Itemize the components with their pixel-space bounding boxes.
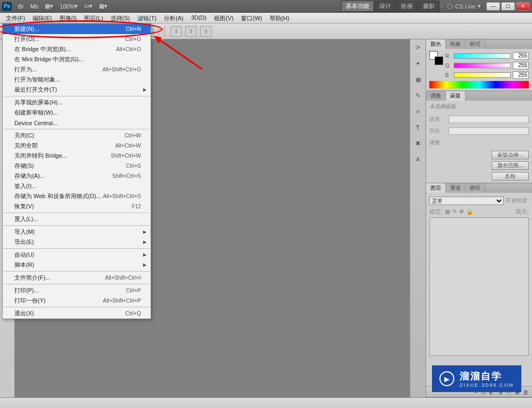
file-menu-item[interactable]: 导出(E) xyxy=(3,237,151,247)
b-slider[interactable] xyxy=(454,72,511,78)
history-icon[interactable]: ⟳ xyxy=(412,42,424,53)
file-menu-item[interactable]: 置入(L)... xyxy=(3,214,151,224)
file-menu-item[interactable]: Device Central... xyxy=(3,118,151,128)
distribute-1-icon[interactable]: ⫴ xyxy=(170,26,182,37)
color-range-button[interactable]: 颜色范围... xyxy=(492,161,529,170)
opacity-label: 不透明度: xyxy=(506,197,529,205)
window-maximize-button[interactable]: ☐ xyxy=(501,2,515,11)
menu-help[interactable]: 帮助(H) xyxy=(266,13,293,23)
menu-select[interactable]: 选择(S) xyxy=(107,13,134,23)
tab-swatches[interactable]: 色板 xyxy=(446,39,466,49)
file-menu-item[interactable]: 脚本(R) xyxy=(3,260,151,270)
menu-filter[interactable]: 滤镜(T) xyxy=(134,13,160,23)
mask-empty-msg: 未选择蒙版 xyxy=(429,103,529,110)
invert-button[interactable]: 反相 xyxy=(492,172,529,181)
g-label: G xyxy=(445,63,452,69)
tab-paths[interactable]: 路径 xyxy=(466,183,485,193)
file-menu-item[interactable]: 在 Mini Bridge 中浏览(G)... xyxy=(3,54,151,64)
file-menu-item[interactable]: 存储为(A)...Shift+Ctrl+S xyxy=(3,171,151,181)
lock-pixels-icon[interactable]: ▦ xyxy=(445,208,450,215)
file-menu-item[interactable]: 存储(S)Ctrl+S xyxy=(3,161,151,171)
screen-mode-button[interactable]: ▭▾ xyxy=(81,2,96,11)
workspace-tab-basic[interactable]: 基本功能 xyxy=(341,1,374,12)
file-menu-item[interactable]: 自动(U) xyxy=(3,250,151,260)
menu-bar: 文件(F) 编辑(E) 图像(I) 图层(L) 选择(S) 滤镜(T) 分析(A… xyxy=(0,13,532,23)
file-menu-item[interactable]: 签入(I)... xyxy=(3,181,151,191)
window-close-button[interactable]: ✕ xyxy=(516,2,530,11)
photoshop-logo: Ps xyxy=(2,2,12,11)
lock-position-icon[interactable]: ✎ xyxy=(452,208,457,215)
distribute-2-icon[interactable]: ⫴ xyxy=(185,26,197,37)
r-value[interactable]: 255 xyxy=(513,52,529,60)
menu-3d[interactable]: 3D(D) xyxy=(187,13,210,23)
character-icon[interactable]: A xyxy=(412,153,424,165)
workspace-tab-paint[interactable]: 绘画 xyxy=(396,1,418,12)
file-menu-item[interactable]: 存储为 Web 和设备所用格式(D)...Alt+Shift+Ctrl+S xyxy=(3,191,151,201)
lock-icon[interactable]: 🔒 xyxy=(466,208,473,215)
tab-masks[interactable]: 蒙版 xyxy=(446,91,466,101)
layer-list[interactable] xyxy=(429,217,529,356)
tab-layers[interactable]: 图层 xyxy=(426,183,446,193)
tab-color[interactable]: 颜色 xyxy=(426,39,446,49)
tab-channels[interactable]: 通道 xyxy=(446,183,466,193)
paragraph-icon[interactable]: ¶ xyxy=(412,121,424,133)
clone-icon[interactable]: ▦ xyxy=(412,74,424,85)
menu-window[interactable]: 窗口(W) xyxy=(237,13,266,23)
file-menu-item[interactable]: 退出(X)Ctrl+Q xyxy=(3,308,151,319)
zoom-level[interactable]: 100% ▾ xyxy=(56,2,81,11)
file-menu-item[interactable]: 关闭(C)Ctrl+W xyxy=(3,130,151,141)
g-slider[interactable] xyxy=(454,63,511,68)
window-minimize-button[interactable]: — xyxy=(486,2,500,11)
arrange-docs-button[interactable]: ▦▾ xyxy=(41,2,56,11)
file-menu-item[interactable]: 共享我的屏幕(H)... xyxy=(3,97,151,108)
file-menu-item[interactable]: 关闭并转到 Bridge...Shift+Ctrl+W xyxy=(3,151,151,161)
file-menu-item[interactable]: 打开(O)...Ctrl+O xyxy=(3,34,151,44)
density-label: 浓度 xyxy=(429,116,445,123)
file-menu-item[interactable]: 打印一份(Y)Alt+Shift+Ctrl+P xyxy=(3,296,151,306)
blend-mode-select[interactable]: 正常 xyxy=(429,197,504,205)
menu-image[interactable]: 图像(I) xyxy=(56,13,80,23)
trash-icon[interactable]: 🗑 xyxy=(523,389,529,395)
file-menu-item[interactable]: 打开为...Alt+Shift+Ctrl+O xyxy=(3,64,151,75)
workspace-tab-photo[interactable]: 摄影 xyxy=(418,1,439,12)
bridge-button[interactable]: Br xyxy=(15,2,27,11)
menu-file[interactable]: 文件(F) xyxy=(2,13,29,23)
tab-styles[interactable]: 样式 xyxy=(466,39,485,49)
tool-presets-icon[interactable]: ✖ xyxy=(412,137,424,149)
file-menu-item[interactable]: 文件简介(F)...Alt+Shift+Ctrl+I xyxy=(3,273,151,283)
density-slider[interactable] xyxy=(448,116,529,123)
mini-bridge-button[interactable]: Mb xyxy=(27,2,41,11)
brush-icon[interactable]: ✎ xyxy=(412,89,424,101)
feather-slider[interactable] xyxy=(448,127,529,135)
menu-edit[interactable]: 编辑(E) xyxy=(29,13,56,23)
lock-all-icon[interactable]: ✥ xyxy=(459,208,464,215)
collapsed-panel-strip: ⟳ ✦ ▦ ✎ ≡ ¶ ✖ A xyxy=(410,39,426,397)
brush-presets-icon[interactable]: ≡ xyxy=(412,105,424,117)
menu-view[interactable]: 视图(V) xyxy=(210,13,237,23)
file-menu-item[interactable]: 最近打开文件(T) xyxy=(3,85,151,95)
b-value[interactable]: 255 xyxy=(513,71,529,79)
menu-layer[interactable]: 图层(L) xyxy=(80,13,106,23)
workspace-tab-design[interactable]: 设计 xyxy=(375,1,396,12)
r-slider[interactable] xyxy=(454,53,511,59)
cs-live-button[interactable]: CS Live ▾ xyxy=(447,3,481,10)
tab-adjustments[interactable]: 调整 xyxy=(426,91,446,101)
distribute-3-icon[interactable]: ⫴ xyxy=(200,26,212,37)
file-menu-item[interactable]: 恢复(V)F12 xyxy=(3,201,151,211)
menu-analysis[interactable]: 分析(A) xyxy=(160,13,187,23)
file-menu-item[interactable]: 在 Bridge 中浏览(B)...Alt+Ctrl+O xyxy=(3,44,151,54)
file-menu-item[interactable]: 关闭全部Alt+Ctrl+W xyxy=(3,141,151,151)
spectrum-bar[interactable] xyxy=(429,81,529,88)
extras-button[interactable]: ▦▾ xyxy=(96,2,111,11)
actions-icon[interactable]: ✦ xyxy=(412,58,424,69)
file-menu-item[interactable]: 创建新审核(W)... xyxy=(3,108,151,118)
file-menu-item[interactable]: 新建(N)...Ctrl+N xyxy=(3,24,151,34)
fg-bg-swatch[interactable] xyxy=(429,51,443,65)
bg-swatch[interactable] xyxy=(435,56,443,65)
workspace-more-icon[interactable]: » xyxy=(440,3,444,9)
file-menu-item[interactable]: 打印(P)...Ctrl+P xyxy=(3,285,151,296)
g-value[interactable]: 255 xyxy=(513,62,529,69)
file-menu-item[interactable]: 打开为智能对象... xyxy=(3,75,151,85)
file-menu-item[interactable]: 导入(M) xyxy=(3,227,151,237)
mask-edge-button[interactable]: 蒙版边缘... xyxy=(492,151,529,159)
